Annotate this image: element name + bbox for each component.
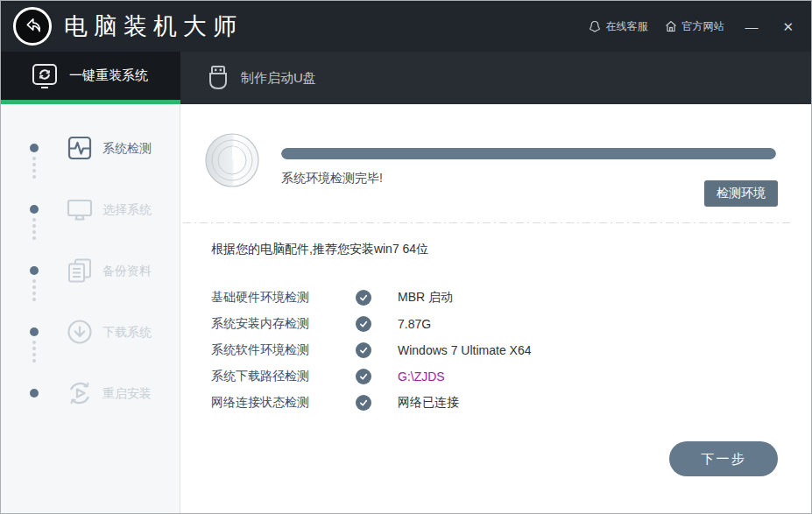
dashed-separator	[183, 222, 794, 223]
titlebar: 电脑装机大师 在线客服 官方网站	[1, 1, 811, 52]
check-value-download-path: G:\ZJDS	[398, 370, 532, 384]
check-list: 基础硬件环境检测 MBR 启动 系统安装内存检测 7.87G 系统软件环境检测 …	[211, 285, 532, 416]
step-dot	[30, 266, 39, 275]
titlebar-actions: 在线客服 官方网站 — ✕	[589, 18, 797, 35]
check-value: 网络已连接	[398, 395, 532, 411]
step-dot	[30, 327, 39, 336]
check-row-download-path: 系统下载路径检测 G:\ZJDS	[211, 363, 532, 390]
step-trail	[32, 341, 36, 363]
detect-progress-bar	[281, 148, 776, 159]
recommendation-text: 根据您的电脑配件,推荐您安装win7 64位	[211, 242, 428, 257]
app-title: 电脑装机大师	[64, 11, 243, 42]
step-label: 选择系统	[102, 179, 152, 240]
tab-reinstall-label: 一键重装系统	[69, 67, 148, 84]
pulse-monitor-icon	[66, 134, 94, 162]
steps-sidebar: 系统检测 选择系统	[1, 104, 180, 513]
step-label: 备份资料	[102, 240, 152, 301]
documents-icon	[66, 257, 94, 285]
detect-progress-fill	[281, 148, 776, 159]
step-dot	[30, 389, 39, 398]
tab-usb-label: 制作启动U盘	[241, 70, 316, 87]
tab-make-boot-usb[interactable]: 制作启动U盘	[180, 52, 316, 104]
online-service-link[interactable]: 在线客服	[589, 19, 647, 34]
check-label: 系统下载路径检测	[211, 369, 356, 384]
detect-status-text: 系统环境检测完毕!	[281, 171, 383, 187]
check-ok-icon	[356, 290, 371, 306]
usb-drive-icon	[205, 64, 231, 92]
detect-env-button[interactable]: 检测环境	[704, 180, 778, 207]
step-restart-install[interactable]: 重启安装	[1, 363, 180, 424]
official-site-link[interactable]: 官方网站	[665, 19, 724, 34]
check-row-memory: 系统安装内存检测 7.87G	[211, 311, 532, 337]
check-row-hardware: 基础硬件环境检测 MBR 启动	[211, 285, 532, 311]
minimize-button[interactable]: —	[741, 18, 761, 35]
next-step-button[interactable]: 下一步	[669, 441, 778, 476]
step-trail	[32, 157, 36, 179]
check-row-software: 系统软件环境检测 Windows 7 Ultimate X64	[211, 337, 532, 363]
detection-panel: 系统环境检测完毕! 检测环境 根据您的电脑配件,推荐您安装win7 64位 基础…	[181, 104, 811, 513]
step-dot	[30, 205, 39, 214]
check-label: 基础硬件环境检测	[211, 290, 356, 306]
check-ok-icon	[356, 395, 371, 411]
scan-spinner-icon	[204, 132, 260, 188]
check-label: 系统安装内存检测	[211, 316, 356, 332]
check-ok-icon	[356, 369, 371, 384]
step-label: 下载系统	[102, 301, 152, 363]
check-ok-icon	[356, 342, 371, 358]
check-ok-icon	[356, 316, 371, 332]
download-icon	[66, 318, 94, 346]
close-button[interactable]: ✕	[779, 18, 797, 35]
tab-reinstall-system[interactable]: 一键重装系统	[1, 52, 180, 104]
step-trail	[32, 218, 36, 240]
official-site-label: 官方网站	[681, 19, 724, 34]
check-label: 系统软件环境检测	[211, 342, 356, 358]
monitor-icon	[66, 195, 94, 223]
step-download-system[interactable]: 下载系统	[1, 301, 180, 363]
online-service-label: 在线客服	[605, 19, 647, 34]
check-label: 网络连接状态检测	[211, 395, 356, 411]
check-value: Windows 7 Ultimate X64	[398, 343, 532, 357]
step-system-detect[interactable]: 系统检测	[1, 117, 180, 179]
step-label: 系统检测	[102, 117, 152, 179]
step-trail	[32, 279, 36, 301]
qq-service-icon	[589, 20, 601, 33]
restart-icon	[66, 379, 94, 407]
step-backup-data[interactable]: 备份资料	[1, 240, 180, 301]
app-window: 电脑装机大师 在线客服 官方网站	[0, 0, 812, 514]
tabbar: 一键重装系统 制作启动U盘	[1, 52, 811, 104]
home-icon	[665, 20, 677, 32]
step-select-system[interactable]: 选择系统	[1, 179, 180, 240]
step-label: 重启安装	[102, 363, 152, 424]
check-row-network: 网络连接状态检测 网络已连接	[211, 390, 532, 416]
check-value: MBR 启动	[398, 290, 532, 306]
check-value: 7.87G	[398, 317, 532, 331]
reinstall-monitor-icon	[30, 62, 60, 90]
step-dot	[30, 144, 39, 152]
app-logo-icon	[13, 7, 52, 46]
